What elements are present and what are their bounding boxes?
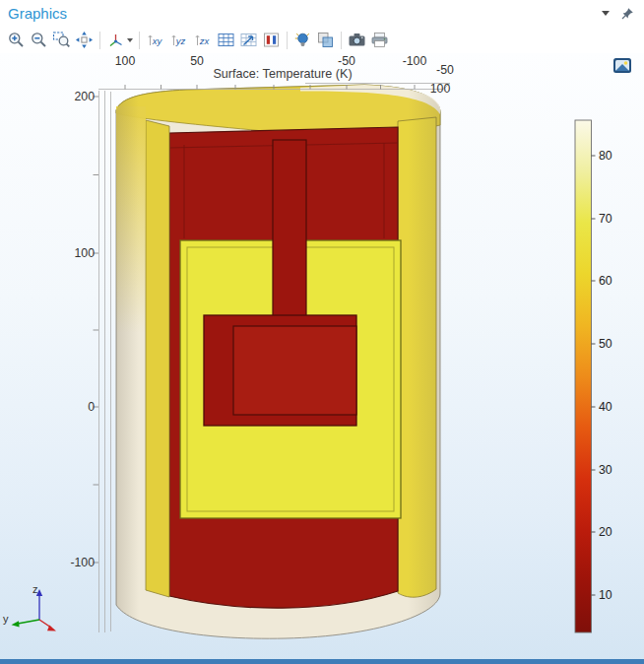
view-zx-button[interactable]: zx xyxy=(191,29,215,52)
show-grid-button[interactable] xyxy=(215,29,237,52)
scene-light-button[interactable] xyxy=(291,29,314,52)
zoom-out-icon xyxy=(30,31,48,49)
svg-text:60: 60 xyxy=(599,274,612,288)
color-legend-icon xyxy=(262,31,281,49)
toolbar-separator xyxy=(341,32,342,49)
zoom-in-icon xyxy=(7,31,26,49)
zoom-in-button[interactable] xyxy=(5,29,28,52)
svg-text:-100: -100 xyxy=(403,54,427,68)
print-button[interactable] xyxy=(368,29,391,52)
view-xy-icon: xy xyxy=(146,32,165,49)
bottom-accent-bar xyxy=(0,659,644,664)
svg-text:-50: -50 xyxy=(338,54,355,68)
svg-text:20: 20 xyxy=(599,525,612,539)
view-xy-button[interactable]: xy xyxy=(144,29,167,52)
vessel-curvature-shading xyxy=(116,85,440,638)
colorbar-gradient xyxy=(575,120,592,632)
svg-text:100: 100 xyxy=(74,246,95,260)
view-yz-button[interactable]: yz xyxy=(167,29,191,52)
toolbar-separator xyxy=(139,32,140,49)
transparency-button[interactable] xyxy=(314,29,337,52)
svg-text:30: 30 xyxy=(599,463,612,477)
plot-title: Surface: Temperature (K) xyxy=(213,67,352,81)
grid-arrow-icon xyxy=(239,31,258,49)
graphics-canvas[interactable]: Surface: Temperature (K) 100 50 -50 -100… xyxy=(0,53,644,664)
svg-text:zx: zx xyxy=(199,35,211,46)
default-view-button[interactable] xyxy=(104,29,135,52)
toolbar-separator xyxy=(287,32,288,49)
image-snapshot-button[interactable] xyxy=(346,29,368,52)
svg-text:200: 200 xyxy=(74,90,95,103)
zoom-extents-button[interactable] xyxy=(73,29,96,52)
svg-text:40: 40 xyxy=(599,400,612,414)
svg-text:50: 50 xyxy=(190,54,204,68)
window-menu-chevron-icon[interactable] xyxy=(602,11,610,16)
graphics-window: Graphics xyxy=(0,0,644,664)
svg-text:80: 80 xyxy=(599,149,612,163)
camera-icon xyxy=(348,31,366,49)
corner-notebook-icon[interactable] xyxy=(612,57,632,74)
show-color-legend-button[interactable] xyxy=(260,29,283,52)
graphics-toolbar: xy yz zx xyxy=(0,27,644,53)
default-view-icon xyxy=(106,32,125,49)
printer-icon xyxy=(370,31,389,49)
svg-text:70: 70 xyxy=(599,212,612,226)
chevron-down-icon xyxy=(127,38,133,42)
transparency-icon xyxy=(316,31,335,49)
triad-y-label: y xyxy=(3,613,9,625)
triad-z-label: z xyxy=(32,583,38,595)
grid-icon xyxy=(217,31,235,49)
graphics-titlebar: Graphics xyxy=(0,0,644,27)
svg-text:-100: -100 xyxy=(70,556,95,569)
svg-text:xy: xy xyxy=(152,35,163,46)
toolbar-separator xyxy=(99,32,100,49)
zoom-extents-icon xyxy=(75,31,94,49)
show-axis-orientation-button[interactable] xyxy=(237,29,260,52)
orientation-triad: z y xyxy=(3,583,56,631)
zoom-out-button[interactable] xyxy=(28,29,50,52)
view-yz-icon: yz xyxy=(169,32,189,49)
pin-icon[interactable] xyxy=(621,7,634,20)
svg-text:yz: yz xyxy=(175,35,186,46)
svg-text:100: 100 xyxy=(430,82,451,96)
titlebar-controls xyxy=(602,7,636,20)
svg-text:100: 100 xyxy=(115,54,136,68)
view-zx-icon: zx xyxy=(193,32,213,49)
colorbar: 80 70 60 50 40 30 20 10 xyxy=(575,120,612,632)
zoom-box-icon xyxy=(52,31,71,49)
window-title: Graphics xyxy=(8,5,67,22)
svg-text:10: 10 xyxy=(599,588,612,602)
zoom-box-button[interactable] xyxy=(50,29,73,52)
svg-text:50: 50 xyxy=(599,337,612,351)
scene-light-icon xyxy=(293,31,312,49)
svg-text:-50: -50 xyxy=(436,63,454,77)
svg-text:0: 0 xyxy=(88,400,95,414)
